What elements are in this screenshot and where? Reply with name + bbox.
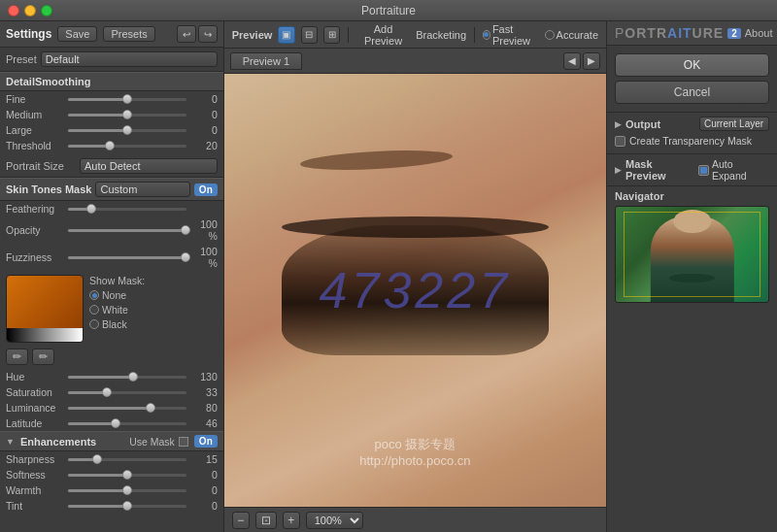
portrait-size-select[interactable]: Auto Detect <box>80 158 218 174</box>
sharpness-label: Sharpness <box>6 453 64 465</box>
warmth-value: 0 <box>190 484 218 496</box>
settings-header: Settings Save Presets ↩ ↪ <box>0 21 223 48</box>
sharpness-slider-row: Sharpness 15 <box>0 451 223 467</box>
fast-preview-label: Fast Preview <box>492 23 539 47</box>
tint-slider-track <box>68 505 186 508</box>
zoom-select[interactable]: 100% 50% 200% <box>306 512 363 529</box>
close-button[interactable] <box>8 5 19 17</box>
output-layer-select[interactable]: Current Layer <box>699 116 769 131</box>
mask-preview-header: ▶ Mask Preview Auto Expand <box>615 158 769 182</box>
cancel-button[interactable]: Cancel <box>615 81 769 104</box>
mask-black-radio[interactable] <box>89 319 99 329</box>
softness-value: 0 <box>190 469 218 481</box>
preset-row: Preset Default <box>0 48 223 72</box>
bracketing-button[interactable]: Bracketing <box>416 29 466 41</box>
fine-value: 0 <box>190 93 218 105</box>
eyedropper-add-button[interactable]: ✏ <box>6 349 28 365</box>
watermark-line1: poco 摄影专题 <box>359 436 470 453</box>
auto-expand-label: Auto Expand <box>712 158 769 182</box>
transparency-checkbox[interactable] <box>615 136 625 147</box>
split-view-button[interactable]: ⊟ <box>301 26 318 44</box>
titlebar: Portraiture <box>0 0 777 21</box>
opacity-slider-track <box>68 229 186 232</box>
version-badge: 2 <box>727 28 741 39</box>
mask-black-option[interactable]: Black <box>89 318 145 330</box>
use-mask-label: Use Mask <box>129 436 175 448</box>
undo-button[interactable]: ↩ <box>177 25 196 43</box>
preset-select[interactable]: Default <box>41 51 218 67</box>
skin-mode-select[interactable]: Custom <box>95 182 189 197</box>
add-preview-button[interactable]: Add Preview <box>356 23 410 47</box>
portrait-size-label: Portrait Size <box>6 160 76 172</box>
medium-slider-track <box>68 114 186 116</box>
preview-bottom-bar: − ⊡ + 100% 50% 200% <box>224 507 606 532</box>
accurate-option[interactable]: Accurate <box>545 29 598 41</box>
skin-on-badge[interactable]: On <box>194 183 218 196</box>
saturation-value: 33 <box>190 386 218 398</box>
zoom-minus-button[interactable]: − <box>232 512 250 529</box>
settings-label: Settings <box>6 27 51 41</box>
fast-preview-option[interactable]: Fast Preview <box>483 23 539 47</box>
left-panel: Settings Save Presets ↩ ↪ Preset Default… <box>0 21 224 532</box>
color-swatch[interactable] <box>6 275 84 343</box>
latitude-slider-track <box>68 422 186 425</box>
softness-label: Softness <box>6 469 64 481</box>
redo-button[interactable]: ↪ <box>198 25 218 43</box>
output-label: Output <box>625 118 660 130</box>
single-view-button[interactable]: ▣ <box>278 26 294 44</box>
license-number: 473227 <box>320 261 512 319</box>
presets-button[interactable]: Presets <box>103 26 154 42</box>
warmth-slider-track <box>68 489 186 492</box>
fine-slider-track <box>68 98 186 101</box>
skin-tones-header: Skin Tones Mask Custom On <box>0 178 223 201</box>
fast-preview-radio[interactable] <box>483 30 490 40</box>
use-mask-checkbox[interactable] <box>179 437 188 447</box>
preset-label: Preset <box>6 53 37 65</box>
accurate-radio[interactable] <box>545 30 555 40</box>
luminance-value: 80 <box>190 402 218 414</box>
luminance-slider-track <box>68 407 186 410</box>
mask-preview-section: ▶ Mask Preview Auto Expand <box>607 153 777 185</box>
multi-view-button[interactable]: ⊞ <box>323 26 340 44</box>
fuzziness-slider-track <box>68 256 186 259</box>
prev-nav-button[interactable]: ◀ <box>563 52 581 70</box>
output-triangle-icon: ▶ <box>615 119 622 129</box>
threshold-label: Threshold <box>6 140 64 151</box>
enhancements-on-badge[interactable]: On <box>194 435 218 448</box>
saturation-slider-row: Saturation 33 <box>0 384 223 400</box>
hue-value: 130 <box>190 371 218 382</box>
medium-slider-row: Medium 0 <box>0 107 223 122</box>
portrait-size-row: Portrait Size Auto Detect <box>0 155 223 178</box>
preview-image-area: 473227 poco 摄影专题 http://photo.poco.cn <box>224 74 606 507</box>
ok-button[interactable]: OK <box>615 53 769 77</box>
eyedropper-row: ✏ ✏ <box>0 347 223 369</box>
mask-none-radio[interactable] <box>89 290 99 300</box>
preview-tab-1[interactable]: Preview 1 <box>230 52 302 70</box>
save-button[interactable]: Save <box>57 26 97 42</box>
maximize-button[interactable] <box>41 5 52 17</box>
auto-expand-checkbox[interactable] <box>698 165 709 176</box>
latitude-value: 46 <box>190 417 218 429</box>
color-picker-area: Show Mask: None White Black <box>0 271 223 347</box>
mask-white-radio[interactable] <box>89 305 99 315</box>
threshold-slider-track <box>68 145 186 148</box>
luminance-label: Luminance <box>6 402 64 414</box>
mask-none-label: None <box>102 289 126 301</box>
action-buttons: OK Cancel <box>607 46 777 112</box>
next-nav-button[interactable]: ▶ <box>583 52 600 70</box>
saturation-label: Saturation <box>6 386 64 398</box>
mask-none-option[interactable]: None <box>89 289 145 301</box>
watermark-line2: http://photo.poco.cn <box>359 453 470 468</box>
opacity-label: Opacity <box>6 224 64 236</box>
mask-preview-label: Mask Preview <box>625 158 694 182</box>
mask-black-label: Black <box>102 318 127 330</box>
minimize-button[interactable] <box>24 5 36 17</box>
eyedropper-remove-button[interactable]: ✏ <box>32 349 54 365</box>
mask-white-option[interactable]: White <box>89 304 145 316</box>
zoom-fit-button[interactable]: ⊡ <box>255 512 277 529</box>
navigator-label: Navigator <box>615 190 769 202</box>
about-link[interactable]: About <box>745 27 773 39</box>
right-header: PORTRAITURE 2 About Help <box>607 21 777 46</box>
watermark: poco 摄影专题 http://photo.poco.cn <box>359 436 470 468</box>
zoom-plus-button[interactable]: + <box>283 512 300 529</box>
